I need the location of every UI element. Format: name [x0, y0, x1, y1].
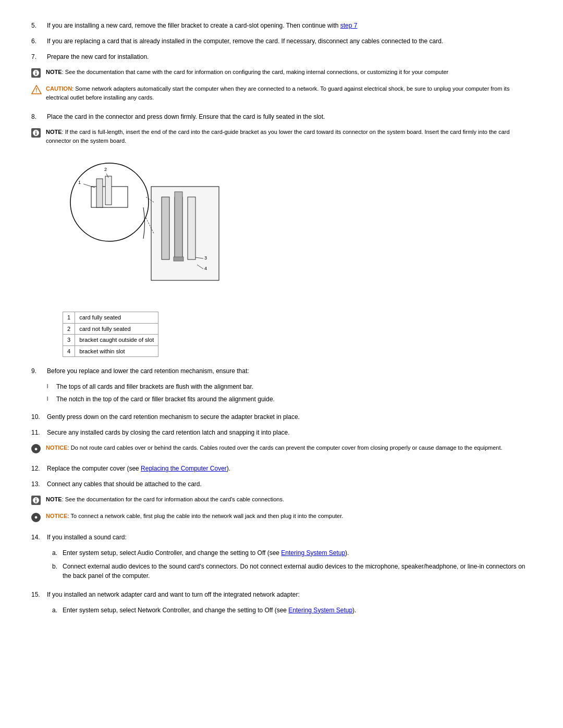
step-15-sub-a-text: Enter system setup, select Network Contr… [63, 606, 532, 615]
step-15-sub-a: a. Enter system setup, select Network Co… [52, 606, 532, 615]
notice-symbol-2: ● [31, 513, 41, 522]
svg-text:3: 3 [204, 255, 207, 261]
step-11-text: Secure any installed cards by closing th… [47, 428, 532, 437]
step-13-number: 13. [31, 479, 47, 489]
step-5-number: 5. [31, 21, 47, 30]
legend-row-3: 3 bracket caught outside of slot [63, 335, 158, 346]
svg-rect-5 [105, 176, 112, 205]
notice-2-label: NOTICE [46, 513, 68, 519]
note-1-text: NOTE: See the documentation that came wi… [46, 68, 532, 77]
step-14-sub-b-text: Connect external audio devices to the so… [63, 562, 532, 581]
step-8: 8. Place the card in the connector and p… [31, 112, 532, 121]
legend-label-4: bracket within slot [75, 346, 158, 357]
step-15-alpha-a: a. [52, 606, 63, 615]
step-14: 14. If you installed a sound card: [31, 533, 532, 542]
note-2-label: NOTE [46, 129, 62, 135]
note-symbol-1 [31, 68, 41, 78]
replacing-link[interactable]: Replacing the Computer Cover [141, 465, 227, 472]
step7-link[interactable]: step 7 [340, 22, 358, 29]
svg-rect-15 [174, 257, 183, 261]
step-12-number: 12. [31, 464, 47, 473]
svg-rect-14 [175, 192, 182, 260]
notice-icon-1: ● [31, 444, 43, 453]
notice-1-label: NOTICE [46, 445, 68, 451]
sub-bullet-2: l [47, 394, 56, 404]
note-3-label: NOTE [46, 496, 62, 502]
step-14-sub-a: a. Enter system setup, select Audio Cont… [52, 548, 532, 558]
step-11: 11. Secure any installed cards by closin… [31, 428, 532, 437]
step-12-text: Replace the computer cover (see Replacin… [47, 464, 532, 473]
step-6-text: If you are replacing a card that is alre… [47, 36, 532, 46]
step-7: 7. Prepare the new card for installation… [31, 52, 532, 61]
step-8-text: Place the card in the connector and pres… [47, 112, 532, 121]
step-10-number: 10. [31, 412, 47, 422]
step-9-sub-2-text: The notch in the top of the card or fill… [56, 394, 532, 404]
legend-table: 1 card fully seated 2 card not fully sea… [63, 312, 158, 357]
caution-icon-1: ! [31, 85, 43, 97]
svg-text:4: 4 [204, 266, 207, 271]
step-6-number: 6. [31, 36, 47, 46]
notice-1: ● NOTICE: Do not route card cables over … [31, 443, 532, 453]
note-1-label: NOTE [46, 69, 62, 75]
step-13-text: Connect any cables that should be attach… [47, 479, 532, 489]
step-9: 9. Before you replace and lower the card… [31, 366, 532, 376]
note-2-text: NOTE: If the card is full-length, insert… [46, 128, 532, 145]
notice-icon-2: ● [31, 512, 43, 522]
step-7-number: 7. [31, 52, 47, 61]
step-15-number: 15. [31, 590, 47, 599]
note-2: NOTE: If the card is full-length, insert… [31, 128, 532, 145]
note-3: NOTE: See the documentation for the card… [31, 495, 532, 507]
step-9-sub-1: l The tops of all cards and filler brack… [47, 382, 532, 391]
setup-link-2[interactable]: Entering System Setup [288, 607, 352, 614]
step-8-number: 8. [31, 112, 47, 121]
legend-row-1: 1 card fully seated [63, 312, 158, 324]
legend-row-4: 4 bracket within slot [63, 346, 158, 357]
notice-2: ● NOTICE: To connect a network cable, fi… [31, 512, 532, 522]
step-5: 5. If you are installing a new card, rem… [31, 21, 532, 30]
legend-num-2: 2 [63, 323, 75, 335]
note-icon-2 [31, 128, 43, 139]
notice-symbol-1: ● [31, 444, 41, 453]
step-14-number: 14. [31, 533, 47, 542]
caution-symbol-1: ! [31, 85, 42, 94]
note-symbol-3 [31, 496, 41, 505]
note-1: NOTE: See the documentation that came wi… [31, 68, 532, 79]
step-14-text: If you installed a sound card: [47, 533, 532, 542]
step-10-text: Gently press down on the card retention … [47, 412, 532, 422]
step-9-text: Before you replace and lower the card re… [47, 366, 532, 376]
step-15-text: If you installed an network adapter card… [47, 590, 532, 599]
notice-1-text: NOTICE: Do not route card cables over or… [46, 443, 532, 452]
svg-text:1: 1 [78, 180, 81, 185]
sub-bullet-1: l [47, 382, 56, 391]
note-3-text: NOTE: See the documentation for the card… [46, 495, 532, 504]
svg-rect-4 [96, 179, 103, 207]
legend-num-3: 3 [63, 335, 75, 346]
legend-label-3: bracket caught outside of slot [75, 335, 158, 346]
diagram: 1 2 3 4 [63, 155, 229, 301]
diagram-svg: 1 2 3 4 [63, 155, 229, 301]
svg-text:2: 2 [104, 167, 107, 172]
svg-text:!: ! [35, 88, 37, 93]
note-icon-3 [31, 496, 43, 507]
svg-rect-10 [151, 187, 219, 280]
step-5-text: If you are installing a new card, remove… [47, 21, 532, 30]
step-9-sub-2: l The notch in the top of the card or fi… [47, 394, 532, 404]
caution-1: ! CAUTION: Some network adapters automat… [31, 84, 532, 102]
notice-2-text: NOTICE: To connect a network cable, firs… [46, 512, 532, 521]
legend-num-1: 1 [63, 312, 75, 324]
step-14-sub-a-text: Enter system setup, select Audio Control… [63, 548, 532, 558]
step-7-text: Prepare the new card for installation. [47, 52, 532, 61]
svg-line-7 [83, 184, 95, 188]
svg-rect-11 [162, 197, 169, 260]
step-14-sub-b: b. Connect external audio devices to the… [52, 562, 532, 581]
note-symbol-2 [31, 128, 41, 138]
setup-link-1[interactable]: Entering System Setup [281, 549, 345, 557]
legend-num-4: 4 [63, 346, 75, 357]
step-15: 15. If you installed an network adapter … [31, 590, 532, 599]
step-12: 12. Replace the computer cover (see Repl… [31, 464, 532, 473]
step-14-alpha-b: b. [52, 562, 63, 581]
step-13: 13. Connect any cables that should be at… [31, 479, 532, 489]
legend-row-2: 2 card not fully seated [63, 323, 158, 335]
step-14-alpha-a: a. [52, 548, 63, 558]
step-6: 6. If you are replacing a card that is a… [31, 36, 532, 46]
